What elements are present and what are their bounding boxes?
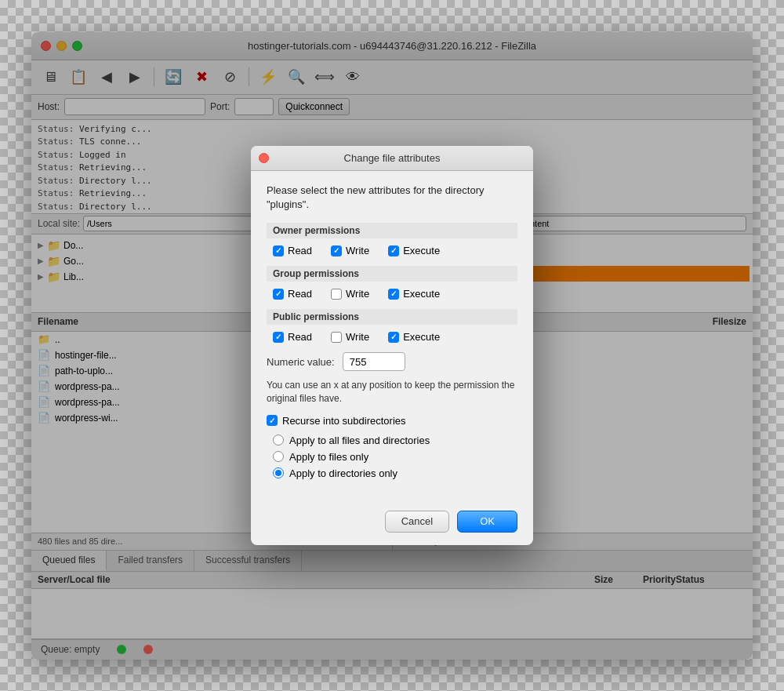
recurse-checkbox[interactable] — [267, 415, 278, 426]
hint-text: You can use an x at any position to keep… — [267, 379, 517, 406]
public-write-item[interactable]: Write — [331, 331, 369, 343]
apply-files-radio[interactable] — [273, 451, 284, 462]
group-checkboxes: Read Write Execute — [267, 288, 517, 300]
dialog-intro-line2: "plugins". — [267, 198, 309, 210]
numeric-row: Numeric value: — [267, 352, 517, 371]
apply-all-radio[interactable] — [273, 435, 284, 446]
owner-execute-item[interactable]: Execute — [388, 245, 440, 256]
dialog-intro: Please select the new attributes for the… — [267, 184, 517, 212]
recurse-label: Recurse into subdirectories — [282, 415, 406, 427]
group-execute-label: Execute — [403, 288, 440, 300]
filezilla-window: hostinger-tutorials.com - u694443746@31.… — [31, 32, 753, 660]
public-read-checkbox[interactable] — [273, 332, 284, 343]
owner-execute-label: Execute — [403, 245, 440, 256]
apply-dirs-item[interactable]: Apply to directories only — [273, 467, 517, 479]
owner-write-label: Write — [346, 245, 369, 256]
group-read-checkbox[interactable] — [273, 289, 284, 300]
apply-radio-group: Apply to all files and directories Apply… — [267, 435, 517, 479]
public-read-item[interactable]: Read — [273, 331, 312, 343]
public-permissions-title: Public permissions — [267, 309, 517, 325]
group-write-checkbox[interactable] — [331, 289, 342, 300]
group-write-label: Write — [346, 288, 369, 300]
apply-files-item[interactable]: Apply to files only — [273, 451, 517, 463]
owner-permissions-title: Owner permissions — [267, 223, 517, 238]
public-execute-label: Execute — [403, 331, 440, 343]
public-execute-item[interactable]: Execute — [388, 331, 440, 343]
public-write-label: Write — [346, 331, 369, 343]
numeric-label: Numeric value: — [267, 356, 335, 368]
dialog-close-button[interactable] — [259, 153, 269, 163]
apply-files-label: Apply to files only — [289, 451, 368, 463]
owner-read-checkbox[interactable] — [273, 245, 284, 256]
cancel-button[interactable]: Cancel — [385, 511, 449, 533]
owner-write-item[interactable]: Write — [331, 245, 369, 256]
owner-read-item[interactable]: Read — [273, 245, 312, 256]
dialog-title: Change file attributes — [344, 152, 441, 164]
group-permissions-section: Group permissions Read Write Execute — [267, 266, 517, 300]
owner-read-label: Read — [288, 245, 312, 256]
owner-checkboxes: Read Write Execute — [267, 245, 517, 256]
apply-all-item[interactable]: Apply to all files and directories — [273, 435, 517, 446]
dialog-titlebar: Change file attributes — [251, 146, 533, 171]
change-attributes-dialog: Change file attributes Please select the… — [251, 146, 533, 545]
modal-overlay: Change file attributes Please select the… — [31, 32, 753, 660]
owner-execute-checkbox[interactable] — [388, 245, 399, 256]
owner-write-checkbox[interactable] — [331, 245, 342, 256]
dialog-buttons: Cancel OK — [251, 504, 533, 545]
apply-dirs-label: Apply to directories only — [289, 467, 397, 479]
apply-all-label: Apply to all files and directories — [289, 435, 430, 446]
group-read-label: Read — [288, 288, 312, 300]
apply-dirs-radio[interactable] — [273, 467, 284, 478]
owner-permissions-section: Owner permissions Read Write Execute — [267, 223, 517, 256]
public-write-checkbox[interactable] — [331, 332, 342, 343]
dialog-body: Please select the new attributes for the… — [251, 171, 533, 504]
public-checkboxes: Read Write Execute — [267, 331, 517, 343]
public-read-label: Read — [288, 331, 312, 343]
group-read-item[interactable]: Read — [273, 288, 312, 300]
group-execute-item[interactable]: Execute — [388, 288, 440, 300]
public-execute-checkbox[interactable] — [388, 332, 399, 343]
ok-button[interactable]: OK — [457, 511, 517, 533]
dialog-intro-line1: Please select the new attributes for the… — [267, 184, 484, 196]
group-write-item[interactable]: Write — [331, 288, 369, 300]
public-permissions-section: Public permissions Read Write Execute — [267, 309, 517, 343]
numeric-input[interactable] — [343, 352, 405, 371]
recurse-row: Recurse into subdirectories — [267, 415, 517, 427]
group-execute-checkbox[interactable] — [388, 289, 399, 300]
group-permissions-title: Group permissions — [267, 266, 517, 282]
